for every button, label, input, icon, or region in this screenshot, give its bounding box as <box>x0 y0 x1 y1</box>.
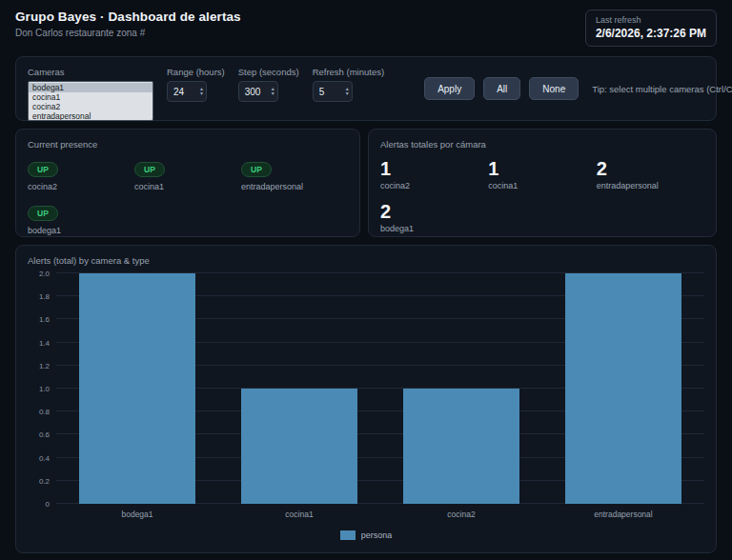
presence-item: UPcocina2 <box>28 159 134 191</box>
y-axis-spacer <box>28 510 56 519</box>
x-tick-label: bodega1 <box>56 510 218 519</box>
step-seconds-input[interactable]: 300 ▴▾ <box>238 81 278 102</box>
legend-swatch-icon <box>340 530 356 540</box>
page-subtitle: Don Carlos restaurante zona # <box>15 28 241 38</box>
last-refresh-value: 2/6/2026, 2:37:26 PM <box>596 27 706 40</box>
totals-panel: Alertas totales por cámara 1cocina21coci… <box>368 129 717 237</box>
summary-row: Current presence UPcocina2UPcocina1UPent… <box>15 129 717 237</box>
x-axis: bodega1cocina1cocina2entradapersonal <box>56 510 704 519</box>
totals-item: 2entradapersonal <box>597 159 704 190</box>
x-tick-label: entradapersonal <box>542 510 704 519</box>
camera-option[interactable]: cocina1 <box>29 92 152 102</box>
legend-label: persona <box>361 530 393 540</box>
y-tick-label: 0 <box>46 500 50 509</box>
bar-chart: 00.20.40.60.81.01.21.41.61.82.0 <box>28 273 704 504</box>
totals-title: Alertas totales por cámara <box>380 139 704 150</box>
bar-slot <box>56 273 218 504</box>
status-badge: UP <box>134 162 165 177</box>
totals-item: 2bodega1 <box>380 202 488 233</box>
camera-name: cocina2 <box>380 181 488 190</box>
bar[interactable] <box>565 273 681 504</box>
y-tick-label: 2.0 <box>39 270 50 278</box>
refresh-label: Refresh (minutes) <box>313 67 385 77</box>
y-tick-label: 0.6 <box>39 430 50 439</box>
bar-slot <box>542 273 704 504</box>
camera-name: entradapersonal <box>241 182 348 191</box>
x-tick-label: cocina1 <box>218 510 380 519</box>
refresh-value: 5 <box>319 87 325 97</box>
apply-button[interactable]: Apply <box>424 77 475 100</box>
bar[interactable] <box>79 273 195 504</box>
totals-item: 1cocina1 <box>488 159 596 190</box>
last-refresh-label: Last refresh <box>596 15 706 25</box>
alert-count: 1 <box>488 159 596 178</box>
y-tick-label: 1.6 <box>39 315 50 324</box>
presence-title: Current presence <box>28 139 348 150</box>
range-label: Range (hours) <box>167 67 225 77</box>
controls-buttons: Apply All None <box>424 77 579 100</box>
step-field: Step (seconds) 300 ▴▾ <box>238 67 299 102</box>
cameras-label: Cameras <box>28 67 153 77</box>
range-value: 24 <box>173 87 184 97</box>
camera-name: cocina1 <box>134 182 241 191</box>
camera-name: bodega1 <box>380 224 488 233</box>
chart-panel: Alerts (total) by camera & type 00.20.40… <box>15 245 717 553</box>
refresh-field: Refresh (minutes) 5 ▴▾ <box>313 67 385 102</box>
cameras-field: Cameras bodega1cocina1cocina2entradapers… <box>28 67 153 121</box>
bar[interactable] <box>241 389 357 504</box>
alert-count: 1 <box>380 159 488 178</box>
status-badge: UP <box>28 162 58 177</box>
x-axis-row: bodega1cocina1cocina2entradapersonal <box>28 510 704 519</box>
stepper-down-icon[interactable]: ▾ <box>272 91 274 96</box>
camera-name: cocina1 <box>488 181 596 190</box>
camera-name: bodega1 <box>28 226 134 235</box>
presence-item: UPbodega1 <box>28 203 134 235</box>
presence-item: UPentradapersonal <box>241 159 348 191</box>
cameras-panel: Cameras bodega1cocina1cocina2entradapers… <box>15 56 717 121</box>
y-tick-label: 0.4 <box>39 453 50 462</box>
camera-option[interactable]: cocina2 <box>29 102 152 111</box>
legend[interactable]: persona <box>28 530 704 540</box>
status-badge: UP <box>28 206 58 221</box>
header: Grupo Bayes · Dashboard de alertas Don C… <box>15 10 717 47</box>
step-value: 300 <box>245 87 261 97</box>
presence-grid: UPcocina2UPcocina1UPentradapersonalUPbod… <box>28 159 348 235</box>
camera-multiselect[interactable]: bodega1cocina1cocina2entradapersonal <box>28 81 153 121</box>
status-badge: UP <box>241 162 272 177</box>
camera-option[interactable]: entradapersonal <box>29 111 152 121</box>
y-axis: 00.20.40.60.81.01.21.41.61.82.0 <box>28 273 56 504</box>
y-tick-label: 1.4 <box>39 338 50 347</box>
y-tick-label: 0.2 <box>39 476 50 485</box>
refresh-minutes-input[interactable]: 5 ▴▾ <box>313 81 353 102</box>
none-button[interactable]: None <box>529 77 579 100</box>
camera-option[interactable]: bodega1 <box>29 83 152 92</box>
bar-slot <box>218 273 380 504</box>
step-stepper[interactable]: ▴▾ <box>272 87 274 96</box>
y-tick-label: 1.0 <box>39 385 50 393</box>
camera-name: cocina2 <box>28 182 134 191</box>
page-title: Grupo Bayes · Dashboard de alertas <box>15 10 241 24</box>
totals-item: 1cocina2 <box>380 159 488 190</box>
presence-item: UPcocina1 <box>134 159 241 191</box>
range-field: Range (hours) 24 ▴▾ <box>167 67 225 102</box>
bars <box>56 273 704 504</box>
bar-slot <box>380 273 542 504</box>
dashboard-page: Grupo Bayes · Dashboard de alertas Don C… <box>0 0 732 560</box>
x-tick-label: cocina2 <box>380 510 542 519</box>
alert-count: 2 <box>597 159 704 178</box>
bar[interactable] <box>403 389 519 504</box>
y-tick-label: 1.2 <box>39 361 50 370</box>
plot-area[interactable] <box>56 273 704 504</box>
chart-title: Alerts (total) by camera & type <box>28 255 704 266</box>
range-hours-input[interactable]: 24 ▴▾ <box>167 81 207 102</box>
range-stepper[interactable]: ▴▾ <box>200 87 203 96</box>
tip-text: Tip: select multiple cameras (Ctrl/Cmd +… <box>592 84 732 94</box>
refresh-stepper[interactable]: ▴▾ <box>346 87 349 96</box>
step-label: Step (seconds) <box>238 67 299 77</box>
presence-panel: Current presence UPcocina2UPcocina1UPent… <box>15 129 360 237</box>
stepper-down-icon[interactable]: ▾ <box>346 91 349 96</box>
stepper-down-icon[interactable]: ▾ <box>200 91 203 96</box>
all-button[interactable]: All <box>483 77 520 100</box>
y-tick-label: 0.8 <box>39 408 50 416</box>
totals-grid: 1cocina21cocina12entradapersonal2bodega1 <box>380 159 704 233</box>
